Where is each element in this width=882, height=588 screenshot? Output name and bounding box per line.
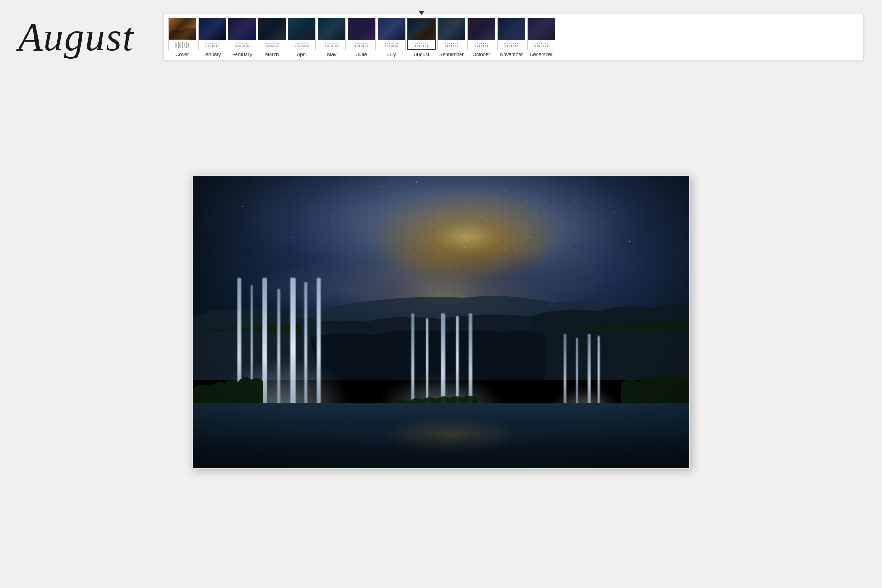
tab-september[interactable]: September bbox=[437, 18, 465, 57]
main-image-frame bbox=[192, 175, 690, 469]
tab-cover[interactable]: Cover bbox=[168, 18, 196, 57]
main-image-area bbox=[18, 69, 864, 574]
tab-november-label: November bbox=[500, 52, 523, 57]
tab-june[interactable]: June bbox=[348, 18, 376, 57]
tab-march-label: March bbox=[265, 52, 279, 57]
tab-january-label: January bbox=[203, 52, 221, 57]
waterfall-center bbox=[392, 313, 491, 415]
tab-april[interactable]: April bbox=[288, 18, 316, 57]
tab-september-label: September bbox=[439, 52, 464, 57]
tab-july[interactable]: July bbox=[378, 18, 406, 57]
tab-august[interactable]: August bbox=[407, 18, 436, 57]
tab-october-label: October bbox=[472, 52, 490, 57]
page-title: August bbox=[18, 15, 134, 59]
tab-february-label: February bbox=[232, 52, 252, 57]
tab-december-label: December bbox=[530, 52, 553, 57]
top-area: August bbox=[18, 14, 864, 60]
selected-indicator bbox=[419, 11, 424, 15]
tab-february[interactable]: February bbox=[228, 18, 256, 57]
main-scene bbox=[193, 176, 689, 468]
title-area: August bbox=[18, 17, 163, 57]
foreground-vignette bbox=[193, 433, 689, 468]
tab-cover-label: Cover bbox=[175, 52, 189, 57]
tab-november[interactable]: November bbox=[497, 18, 525, 57]
tab-march[interactable]: March bbox=[258, 18, 286, 57]
waterfall-right bbox=[555, 334, 615, 415]
tab-june-label: June bbox=[356, 52, 367, 57]
thumbnail-strip-wrapper: Cover January bbox=[163, 14, 864, 60]
tab-april-label: April bbox=[297, 52, 307, 57]
tab-january[interactable]: January bbox=[198, 18, 226, 57]
tab-may-label: May bbox=[327, 52, 337, 57]
tab-may[interactable]: May bbox=[318, 18, 346, 57]
waterfall-left bbox=[233, 278, 332, 409]
tab-july-label: July bbox=[387, 52, 396, 57]
thumbnail-strip: Cover January bbox=[168, 18, 859, 57]
tab-august-label: August bbox=[414, 52, 429, 57]
tab-december[interactable]: December bbox=[527, 18, 555, 57]
tab-october[interactable]: October bbox=[467, 18, 495, 57]
